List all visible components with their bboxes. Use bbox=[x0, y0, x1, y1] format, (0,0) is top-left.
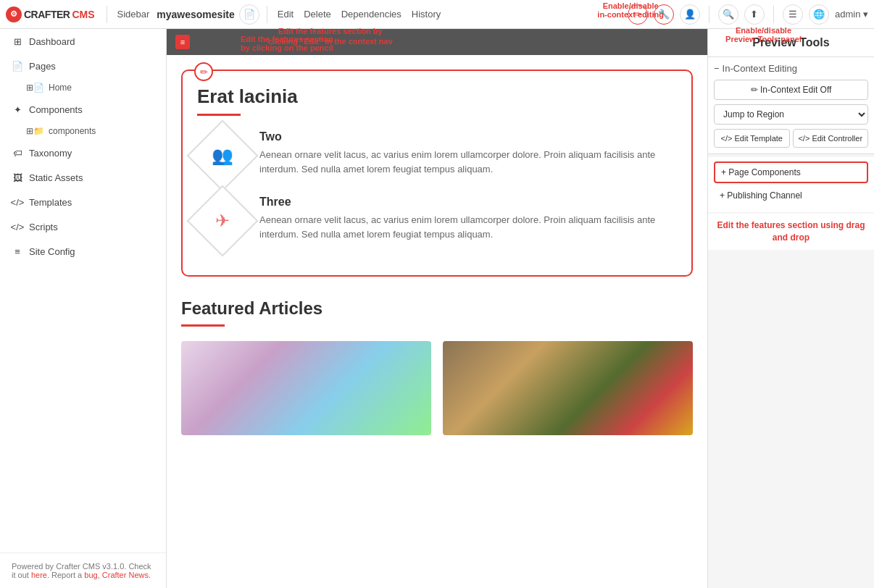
sidebar-item-pages[interactable]: 📄 Pages bbox=[0, 54, 166, 78]
main-layout: ⊞ Dashboard 📄 Pages ⊞📄 Home ✦ Components… bbox=[0, 29, 874, 588]
publishing-channel-item[interactable]: + Publishing Channel bbox=[714, 186, 868, 205]
collapse-icon: − bbox=[714, 63, 720, 74]
footer-mid: . Report a bbox=[47, 571, 84, 579]
edit-link[interactable]: Edit bbox=[275, 7, 296, 21]
content-area: ≡ ✏ Edit the features sectionby clicking… bbox=[167, 29, 707, 588]
right-panel: Preview Tools − In-Context Editing ✏ In-… bbox=[707, 29, 874, 588]
nav-right: Enable/disablein-context editing ✏ 🔧 👤 🔍… bbox=[628, 4, 868, 25]
preview-toolbar: ≡ bbox=[167, 29, 707, 55]
sidebar-item-home[interactable]: ⊞📄 Home bbox=[26, 78, 166, 97]
dashboard-icon: ⊞ bbox=[12, 35, 23, 47]
articles-section: Featured Articles bbox=[181, 298, 693, 450]
sidebar-item-site-config[interactable]: ≡ Site Config bbox=[0, 239, 166, 264]
feature-title-two: Two bbox=[259, 130, 677, 143]
templates-icon: </> bbox=[12, 196, 23, 208]
sidebar-item-label-site-config: Site Config bbox=[29, 246, 75, 257]
article-img-food bbox=[443, 341, 693, 435]
articles-underline bbox=[181, 324, 225, 327]
preview-toolbar-menu-icon[interactable]: ≡ bbox=[175, 35, 190, 49]
panel-components-section: + Page Components + Publishing Channel bbox=[708, 157, 874, 212]
in-context-label: In-Context Editing bbox=[723, 63, 797, 74]
footer-bug-link[interactable]: bug bbox=[84, 571, 97, 579]
delete-link[interactable]: Delete bbox=[301, 7, 334, 21]
sidebar-item-taxonomy[interactable]: 🏷 Taxonomy bbox=[0, 140, 166, 165]
edit-btn-row: </> Edit Template </> Edit Controller bbox=[714, 129, 868, 148]
person-icon[interactable]: 👤 bbox=[680, 4, 700, 25]
features-title: Erat lacinia bbox=[197, 85, 677, 108]
history-link[interactable]: History bbox=[409, 7, 444, 21]
article-img-flowers bbox=[181, 341, 431, 435]
wrench-btn[interactable]: 🔧 bbox=[654, 4, 674, 25]
feature-text-three: Aenean ornare velit lacus, ac varius eni… bbox=[259, 213, 677, 241]
scripts-icon: </> bbox=[12, 221, 23, 232]
feature-diamond-three: ✈ bbox=[187, 185, 259, 257]
sidebar-item-label-components-sub: components bbox=[49, 126, 96, 136]
admin-btn[interactable]: admin ▾ bbox=[835, 9, 868, 20]
pencil-btn[interactable]: ✏ bbox=[628, 4, 648, 25]
footer-here-link[interactable]: here bbox=[31, 571, 47, 579]
static-assets-icon: 🖼 bbox=[12, 172, 23, 183]
logo-cms: CMS bbox=[72, 9, 94, 20]
nav-separator-3 bbox=[709, 6, 709, 23]
footer-end: . bbox=[149, 571, 151, 579]
feature-content-two: Two Aenean ornare velit lacus, ac varius… bbox=[259, 130, 677, 176]
feature-title-three: Three bbox=[259, 196, 677, 209]
sidebar-sub-pages: ⊞📄 Home bbox=[0, 78, 166, 97]
logo-text: CRAFTER bbox=[24, 9, 70, 20]
globe-btn[interactable]: 🌐 bbox=[809, 4, 829, 25]
taxonomy-icon: 🏷 bbox=[12, 147, 23, 159]
page-components-item[interactable]: + Page Components bbox=[714, 161, 868, 183]
dependencies-link[interactable]: Dependencies bbox=[338, 7, 404, 21]
sidebar-item-label-taxonomy: Taxonomy bbox=[29, 148, 72, 159]
feature-text-two: Aenean ornare velit lacus, ac varius eni… bbox=[259, 148, 677, 176]
panel-in-context-header[interactable]: − In-Context Editing bbox=[714, 63, 868, 74]
sidebar-item-dashboard[interactable]: ⊞ Dashboard bbox=[0, 29, 166, 54]
sidebar-item-label-dashboard: Dashboard bbox=[29, 36, 75, 47]
sidebar-item-label-home: Home bbox=[49, 83, 72, 93]
feature-icon-three: ✈ bbox=[215, 211, 230, 231]
article-card-food[interactable] bbox=[443, 341, 693, 435]
sidebar-item-label-templates: Templates bbox=[29, 197, 72, 208]
edit-off-btn[interactable]: ✏ In-Context Edit Off bbox=[714, 80, 868, 100]
sidebar-item-templates[interactable]: </> Templates bbox=[0, 190, 166, 214]
site-name: myawesomesite bbox=[157, 9, 234, 20]
features-section: ✏ Edit the features sectionby clicking o… bbox=[181, 70, 693, 277]
logo: ⚙ CRAFTERCMS bbox=[6, 7, 95, 22]
annotation-dragdrop: Edit the features section using drag and… bbox=[708, 214, 874, 250]
logo-icon: ⚙ bbox=[6, 7, 22, 22]
nav-separator-2 bbox=[267, 6, 267, 23]
feature-item-two: 👥 Two Aenean ornare velit lacus, ac vari… bbox=[197, 130, 677, 181]
sidebar-item-scripts[interactable]: </> Scripts bbox=[0, 214, 166, 239]
pages-icon: 📄 bbox=[12, 60, 23, 72]
sidebar-item-static-assets[interactable]: 🖼 Static Assets bbox=[0, 165, 166, 190]
section-pencil-btn[interactable]: ✏ bbox=[194, 62, 213, 81]
sidebar-item-components[interactable]: ✦ Components bbox=[0, 97, 166, 122]
sidebar-footer: Powered by Crafter CMS v3.1.0. Check it … bbox=[0, 553, 166, 588]
file-icon[interactable]: 📄 bbox=[239, 4, 259, 25]
nav-separator-1 bbox=[107, 6, 107, 23]
sidebar-item-label-static-assets: Static Assets bbox=[29, 172, 83, 183]
jump-to-region-select[interactable]: Jump to Region bbox=[714, 104, 868, 125]
sidebar-item-label-components: Components bbox=[29, 104, 83, 115]
articles-grid bbox=[181, 341, 693, 435]
feature-icon-two: 👥 bbox=[212, 146, 233, 166]
site-config-icon: ≡ bbox=[12, 245, 23, 257]
feature-diamond-two: 👥 bbox=[187, 120, 259, 192]
components-sub-icon: ⊞📁 bbox=[26, 126, 44, 136]
sidebar-sub-components: ⊞📁 components bbox=[0, 122, 166, 140]
upload-btn[interactable]: ⬆ bbox=[744, 4, 765, 25]
search-btn[interactable]: 🔍 bbox=[718, 4, 738, 25]
sidebar-item-label-scripts: Scripts bbox=[29, 222, 58, 232]
preview-content: ✏ Edit the features sectionby clicking o… bbox=[167, 55, 707, 588]
sidebar-item-components-sub[interactable]: ⊞📁 components bbox=[26, 122, 166, 140]
sidebar-link[interactable]: Sidebar bbox=[115, 7, 153, 21]
feature-content-three: Three Aenean ornare velit lacus, ac vari… bbox=[259, 196, 677, 241]
components-icon: ✦ bbox=[12, 104, 23, 115]
topnav: ⚙ CRAFTERCMS Sidebar myawesomesite 📄 Edi… bbox=[0, 0, 874, 29]
feature-item-three: ✈ Three Aenean ornare velit lacus, ac va… bbox=[197, 196, 677, 246]
footer-news-link[interactable]: Crafter News bbox=[102, 571, 149, 579]
edit-template-btn[interactable]: </> Edit Template bbox=[714, 129, 790, 148]
edit-controller-btn[interactable]: </> Edit Controller bbox=[793, 129, 869, 148]
article-card-flowers[interactable] bbox=[181, 341, 431, 435]
menu-btn[interactable]: ☰ bbox=[783, 4, 803, 25]
